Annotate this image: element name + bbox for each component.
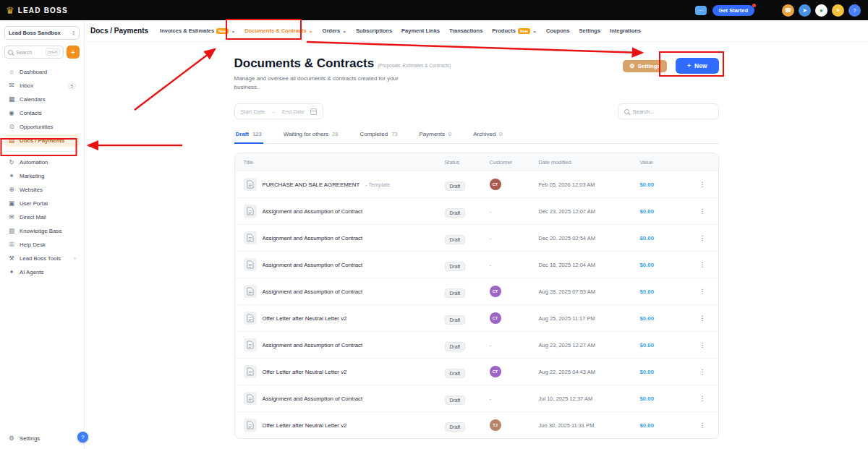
table-row[interactable]: Assignment and Assumption of Contract Dr… — [235, 278, 718, 304]
kebab-menu-icon[interactable]: ⋮ — [696, 181, 710, 188]
sidebar-item-lead-boss-tools[interactable]: ⚒ Lead Boss Tools › — [4, 252, 80, 265]
tools-icon: ⚒ — [8, 255, 15, 262]
kebab-menu-icon[interactable]: ⋮ — [696, 234, 710, 241]
get-started-button[interactable]: Get Started — [712, 5, 754, 16]
kebab-menu-icon[interactable]: ⋮ — [696, 315, 710, 322]
nav-item-products[interactable]: Products New ⌄ — [492, 27, 537, 34]
logo-text: LEAD BOSS — [18, 7, 68, 14]
chat-icon[interactable]: ··· — [695, 6, 707, 15]
end-date-field[interactable]: End Date — [282, 108, 305, 115]
date-range-picker[interactable]: Start Date → End Date — [234, 103, 324, 119]
status-cell: Draft — [445, 178, 490, 191]
tab-payments[interactable]: Payments 0 — [417, 131, 453, 144]
kebab-menu-icon[interactable]: ⋮ — [696, 368, 710, 375]
tab-archived[interactable]: Archived 0 — [472, 131, 503, 144]
document-value[interactable]: $0.00 — [640, 262, 684, 268]
document-value[interactable]: $0.00 — [640, 235, 684, 241]
document-value[interactable]: $0.00 — [640, 288, 684, 295]
table-row[interactable]: Offer Letter after Neutral Letter v2 Dra… — [235, 411, 718, 438]
document-value[interactable]: $0.00 — [640, 315, 684, 322]
nav-item-integrations[interactable]: Integrations — [610, 27, 641, 34]
account-name: Lead Boss Sandbox — [9, 30, 61, 36]
tab-waiting-for-others[interactable]: Waiting for others 28 — [282, 131, 340, 144]
sidebar-item-settings[interactable]: ⚙ Settings — [4, 432, 80, 445]
settings-button[interactable]: ⚙ Settings — [623, 60, 667, 72]
settings-button-label: Settings — [637, 63, 660, 69]
sidebar-item-calendars[interactable]: ▦ Calendars — [4, 93, 80, 106]
page-title-note: (Proposals, Estimates & Contracts) — [378, 63, 451, 68]
document-value[interactable]: $0.00 — [640, 208, 684, 215]
sidebar-item-inbox[interactable]: ✉ Inbox 5 — [4, 80, 80, 92]
document-title: PURCHASE AND SALE AGREEMENT — [263, 181, 360, 188]
title-cell: PURCHASE AND SALE AGREEMENT - Template — [244, 178, 445, 191]
table-search[interactable] — [618, 103, 719, 119]
sidebar-item-websites[interactable]: ⊕ Websites — [4, 184, 80, 196]
kebab-menu-icon[interactable]: ⋮ — [696, 288, 710, 295]
kebab-menu-icon[interactable]: ⋮ — [696, 395, 710, 402]
table-search-input[interactable] — [633, 108, 712, 115]
help-icon[interactable]: ? — [848, 4, 861, 17]
table-row[interactable]: Offer Letter after Neutral Letter v2 Dra… — [235, 304, 718, 331]
nav-item-label: Products — [492, 27, 516, 34]
nav-item-payment-links[interactable]: Payment Links — [401, 27, 440, 34]
document-value[interactable]: $0.00 — [640, 422, 684, 429]
help-launcher-button[interactable]: ? — [77, 432, 88, 442]
nav-item-invoices-estimates[interactable]: Invoices & Estimates New ⌄ — [160, 27, 235, 34]
account-switcher[interactable]: Lead Boss Sandbox ▲▼ — [4, 26, 80, 40]
app-body: Lead Boss Sandbox ▲▼ Search ctrl+K + ⌂ D… — [0, 20, 868, 449]
tab-draft[interactable]: Draft 123 — [234, 131, 263, 144]
table-row[interactable]: Offer Letter after Neutral Letter v2 Dra… — [235, 358, 718, 385]
table-row[interactable]: Assignment and Assumption of Contract Dr… — [235, 197, 718, 224]
sidebar-search-placeholder: Search — [16, 50, 43, 55]
gift-icon[interactable]: ✦ — [832, 4, 844, 17]
sidebar-item-automation[interactable]: ↻ Automation — [4, 156, 80, 168]
sidebar-item-knowledge-base[interactable]: ▥ Knowledge Base — [4, 225, 80, 237]
tab-count: 0 — [499, 131, 502, 137]
kebab-menu-icon[interactable]: ⋮ — [696, 422, 710, 429]
table-body: PURCHASE AND SALE AGREEMENT - Template D… — [235, 171, 718, 438]
sidebar-item-dashboard[interactable]: ⌂ Dashboard — [4, 66, 80, 78]
new-button[interactable]: + New — [676, 58, 718, 74]
document-value[interactable]: $0.00 — [640, 181, 684, 188]
start-date-field[interactable]: Start Date — [241, 108, 265, 115]
table-row[interactable]: Assignment and Assumption of Contract Dr… — [235, 385, 718, 411]
kebab-menu-icon[interactable]: ⋮ — [696, 261, 710, 268]
document-title: Offer Letter after Neutral Letter v2 — [263, 315, 347, 322]
apps-icon[interactable]: ● — [815, 4, 827, 17]
kebab-menu-icon[interactable]: ⋮ — [696, 208, 710, 215]
nav-item-transactions[interactable]: Transactions — [449, 27, 482, 34]
document-value[interactable]: $0.00 — [640, 395, 684, 402]
nav-item-orders[interactable]: Orders ⌄ — [323, 27, 346, 34]
tab-completed[interactable]: Completed 73 — [358, 131, 399, 144]
sidebar-item-contacts[interactable]: ◉ Contacts — [4, 107, 80, 119]
nav-item-subscriptions[interactable]: Subscriptions — [356, 27, 392, 34]
sidebar-search-input[interactable]: Search ctrl+K — [4, 46, 64, 59]
sidebar-item-user-portal[interactable]: ▣ User Portal — [4, 197, 80, 210]
nav-item-coupons[interactable]: Coupons — [546, 27, 570, 34]
table-row[interactable]: PURCHASE AND SALE AGREEMENT - Template D… — [235, 171, 718, 197]
sidebar-item-opportunities[interactable]: ⊙ Opportunities — [4, 121, 80, 133]
new-badge: New — [518, 28, 530, 34]
sidebar-item-ai-agents[interactable]: ✦ AI Agents — [4, 266, 80, 278]
sidebar-item-direct-mail[interactable]: ✉ Direct Mail — [4, 211, 80, 223]
table-row[interactable]: Assignment and Assumption of Contract Dr… — [235, 331, 718, 358]
customer-cell: - — [490, 395, 539, 402]
rocket-icon[interactable]: ➤ — [799, 4, 811, 17]
kebab-menu-icon[interactable]: ⋮ — [696, 341, 710, 348]
chevron-right-icon: › — [74, 256, 76, 262]
sidebar-item-docs-payments[interactable]: ▤ Docs / Payments — [4, 134, 80, 147]
nav-item-documents-contracts[interactable]: Documents & Contracts ⌄ — [244, 27, 312, 34]
sidebar-quick-add-button[interactable]: + — [67, 46, 80, 59]
actions-cell: ⋮ — [684, 261, 710, 268]
date-modified: Feb 05, 2026 12:03 AM — [539, 181, 640, 188]
nav-item-settings[interactable]: Settings — [579, 27, 601, 34]
document-value[interactable]: $0.00 — [640, 369, 684, 375]
app-logo: ♛ LEAD BOSS — [6, 6, 68, 15]
title-cell: Assignment and Assumption of Contract — [244, 231, 445, 244]
table-row[interactable]: Assignment and Assumption of Contract Dr… — [235, 224, 718, 251]
document-value[interactable]: $0.00 — [640, 342, 684, 348]
sidebar-item-help-desk[interactable]: ☏ Help Desk — [4, 239, 80, 251]
table-row[interactable]: Assignment and Assumption of Contract Dr… — [235, 251, 718, 278]
phone-icon[interactable]: ☎ — [782, 4, 794, 17]
sidebar-item-marketing[interactable]: ✶ Marketing — [4, 170, 80, 182]
